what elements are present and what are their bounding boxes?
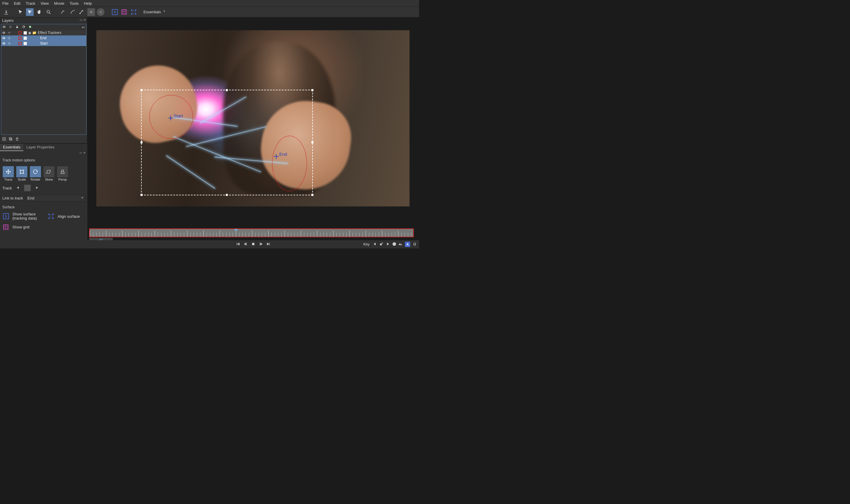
autokey-all-button[interactable]: ALL xyxy=(398,242,403,247)
translation-toggle[interactable] xyxy=(2,166,14,178)
visibility-toggle-icon[interactable] xyxy=(1,42,6,45)
layer-row-end[interactable]: End xyxy=(1,35,86,41)
add-xspline-tool[interactable] xyxy=(69,8,76,16)
resize-handle[interactable] xyxy=(311,141,313,143)
go-to-start-button[interactable] xyxy=(236,242,240,247)
resize-handle[interactable] xyxy=(141,141,143,143)
align-surface-button[interactable] xyxy=(48,213,55,220)
visibility-column-icon[interactable] xyxy=(2,25,6,30)
bezier-tool[interactable] xyxy=(78,8,86,16)
spline-color-swatch[interactable] xyxy=(17,31,22,35)
add-key-button[interactable] xyxy=(379,242,384,247)
menu-view[interactable]: View xyxy=(40,1,49,6)
link-to-track-dropdown[interactable]: End xyxy=(25,195,85,201)
track-backward-button[interactable] xyxy=(16,186,20,191)
next-key-button[interactable] xyxy=(385,242,390,247)
rotate-toggle[interactable] xyxy=(30,166,41,178)
visibility-toggle-icon[interactable] xyxy=(1,31,6,35)
canvas[interactable]: Start End xyxy=(96,30,410,206)
go-to-end-button[interactable] xyxy=(266,242,271,247)
process-column-icon[interactable] xyxy=(9,25,13,30)
stop-button[interactable] xyxy=(251,242,256,247)
menu-movie[interactable]: Movie xyxy=(54,1,64,6)
process-toggle-icon[interactable] xyxy=(6,42,12,45)
matte-color-swatch[interactable] xyxy=(22,42,28,45)
surface-icon[interactable]: S xyxy=(111,8,119,16)
track-forward-button[interactable] xyxy=(35,186,39,191)
resize-handle[interactable] xyxy=(311,194,313,196)
xspline-tool[interactable] xyxy=(59,8,67,16)
tracker-end-shape[interactable] xyxy=(272,136,307,191)
resize-handle[interactable] xyxy=(141,89,143,91)
layers-panel: Layers ▭ ✕ ▾≡ xyxy=(0,17,87,143)
uberkey-toggle[interactable]: Ü xyxy=(412,242,417,247)
menu-file[interactable]: File xyxy=(2,1,8,6)
timeline-ruler[interactable] xyxy=(89,228,414,237)
svg-rect-14 xyxy=(20,170,23,173)
process-toggle-icon[interactable] xyxy=(6,36,12,40)
tracker-start-center-icon[interactable] xyxy=(168,116,173,120)
matte-color-swatch[interactable] xyxy=(22,31,28,35)
transport-bar: Key ALL A Ü xyxy=(87,240,419,249)
menu-help[interactable]: Help xyxy=(84,1,92,6)
panel-close-icon[interactable]: ✕ xyxy=(84,18,86,21)
main-toolbar: + S Essentials xyxy=(0,6,419,17)
collapse-icon[interactable]: ▣ xyxy=(28,31,31,35)
zoom-tool[interactable] xyxy=(45,8,53,16)
menu-edit[interactable]: Edit xyxy=(14,1,20,6)
delete-key-button[interactable] xyxy=(392,242,397,247)
align-icon[interactable] xyxy=(130,8,138,16)
grid-icon[interactable] xyxy=(121,8,128,16)
viewer[interactable]: Start End 44 Key xyxy=(87,17,419,249)
panel-close-icon[interactable]: ✕ xyxy=(83,151,86,155)
step-back-button[interactable] xyxy=(243,242,248,247)
tab-essentials[interactable]: Essentials xyxy=(0,144,23,151)
delete-layer-icon[interactable] xyxy=(15,137,19,142)
spline-color-swatch[interactable] xyxy=(17,42,22,45)
menu-track[interactable]: Track xyxy=(26,1,35,6)
show-grid-button[interactable] xyxy=(2,224,10,231)
svg-rect-15 xyxy=(252,243,254,245)
menu-tools[interactable]: Tools xyxy=(70,1,78,6)
matte-color-column-icon[interactable] xyxy=(28,25,32,30)
layer-group-row[interactable]: ▣ 📁 Effect Trackers xyxy=(1,30,86,35)
show-surface-button[interactable]: S xyxy=(2,213,10,220)
workspace-dropdown[interactable]: Essentials xyxy=(142,9,166,15)
resize-handle[interactable] xyxy=(226,89,228,91)
tab-layer-properties[interactable]: Layer Properties xyxy=(23,144,57,151)
panel-minimize-icon[interactable]: ▭ xyxy=(79,151,82,155)
perspective-toggle[interactable] xyxy=(57,166,69,178)
panel-minimize-icon[interactable]: ▭ xyxy=(80,18,82,21)
visibility-toggle-icon[interactable] xyxy=(1,36,6,40)
matte-color-swatch[interactable] xyxy=(22,37,28,40)
lock-column-icon[interactable] xyxy=(15,25,19,30)
track-stop-button[interactable] xyxy=(24,185,31,191)
layers-menu-icon[interactable]: ▾≡ xyxy=(82,26,85,29)
skew-toggle[interactable] xyxy=(43,166,55,178)
resize-handle[interactable] xyxy=(141,194,143,196)
step-forward-button[interactable] xyxy=(258,242,263,247)
svg-point-4 xyxy=(10,26,11,27)
layer-row-start[interactable]: Start xyxy=(1,41,86,46)
playhead-icon[interactable] xyxy=(234,228,238,231)
autokey-toggle[interactable]: A xyxy=(405,242,410,247)
menubar: File Edit Track View Movie Tools Help xyxy=(0,0,419,6)
process-toggle-icon[interactable] xyxy=(6,31,12,35)
resize-handle[interactable] xyxy=(311,89,313,91)
spline-color-column-icon[interactable] xyxy=(22,25,25,30)
timeline[interactable]: 44 xyxy=(87,228,419,240)
scale-toggle[interactable] xyxy=(16,166,28,178)
x-tool[interactable] xyxy=(87,8,95,16)
hand-tool[interactable] xyxy=(35,8,43,16)
new-layer-icon[interactable] xyxy=(2,137,6,142)
import-icon[interactable] xyxy=(2,8,10,16)
svg-point-9 xyxy=(9,38,10,39)
disabled-tool[interactable] xyxy=(97,8,105,16)
prev-key-button[interactable] xyxy=(373,242,377,247)
resize-handle[interactable] xyxy=(226,194,228,196)
duplicate-layer-icon[interactable] xyxy=(8,137,13,142)
spline-color-swatch[interactable] xyxy=(17,37,22,40)
tracker-end-center-icon[interactable] xyxy=(274,154,278,159)
select-tool[interactable] xyxy=(17,8,24,16)
add-select-tool[interactable]: + xyxy=(26,8,34,16)
